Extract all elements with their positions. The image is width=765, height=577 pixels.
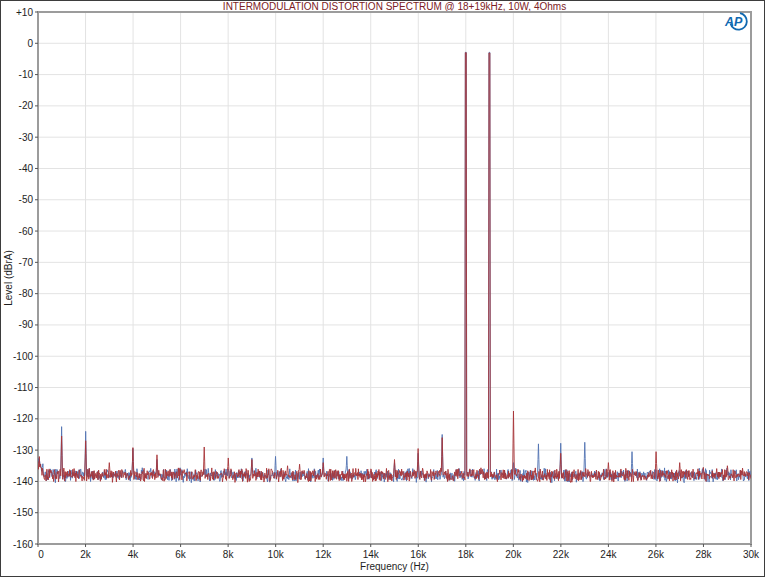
y-tick-label: -140	[13, 476, 33, 487]
x-tick-label: 20k	[505, 549, 522, 560]
y-tick-label: -90	[19, 319, 34, 330]
svg-text:AP: AP	[724, 15, 743, 29]
y-tick-label: -10	[19, 69, 34, 80]
y-tick-label: -60	[19, 226, 34, 237]
x-tick-label: 0	[38, 549, 44, 560]
x-tick-label: 14k	[363, 549, 380, 560]
x-tick-label: 26k	[648, 549, 665, 560]
x-tick-label: 28k	[695, 549, 712, 560]
ap-logo-icon: AP	[724, 13, 747, 29]
y-tick-label: -70	[19, 257, 34, 268]
x-tick-label: 8k	[223, 549, 235, 560]
y-tick-label: -130	[13, 445, 33, 456]
y-tick-label: -110	[14, 382, 34, 393]
x-tick-label: 4k	[128, 549, 140, 560]
y-tick-label: -150	[13, 507, 33, 518]
x-tick-label: 30k	[743, 549, 760, 560]
y-tick-label: -160	[13, 539, 33, 550]
trace-channel-1-red	[38, 53, 751, 483]
y-tick-label: -80	[19, 288, 34, 299]
y-tick-label: -100	[13, 351, 33, 362]
x-tick-label: 16k	[410, 549, 427, 560]
y-tick-label: -30	[19, 132, 34, 143]
x-axis-label: Frequency (Hz)	[38, 561, 751, 572]
y-tick-label: -20	[19, 100, 34, 111]
measurement-window: INTERMODULATION DISTORTION SPECTRUM @ 18…	[0, 0, 765, 577]
y-tick-label: -50	[19, 194, 34, 205]
x-tick-label: 12k	[315, 549, 332, 560]
x-tick-label: 24k	[600, 549, 617, 560]
trace-channel-2-blue	[38, 52, 751, 482]
x-tick-label: 22k	[553, 549, 570, 560]
spectrum-plot: 02k4k6k8k10k12k14k16k18k20k22k24k26k28k3…	[1, 1, 765, 577]
y-tick-label: -120	[13, 413, 33, 424]
x-tick-label: 10k	[268, 549, 285, 560]
y-tick-label: +10	[16, 7, 33, 18]
x-tick-label: 18k	[458, 549, 475, 560]
x-tick-label: 6k	[175, 549, 187, 560]
x-tick-label: 2k	[80, 549, 92, 560]
y-tick-label: -40	[19, 163, 34, 174]
y-tick-label: 0	[27, 38, 33, 49]
